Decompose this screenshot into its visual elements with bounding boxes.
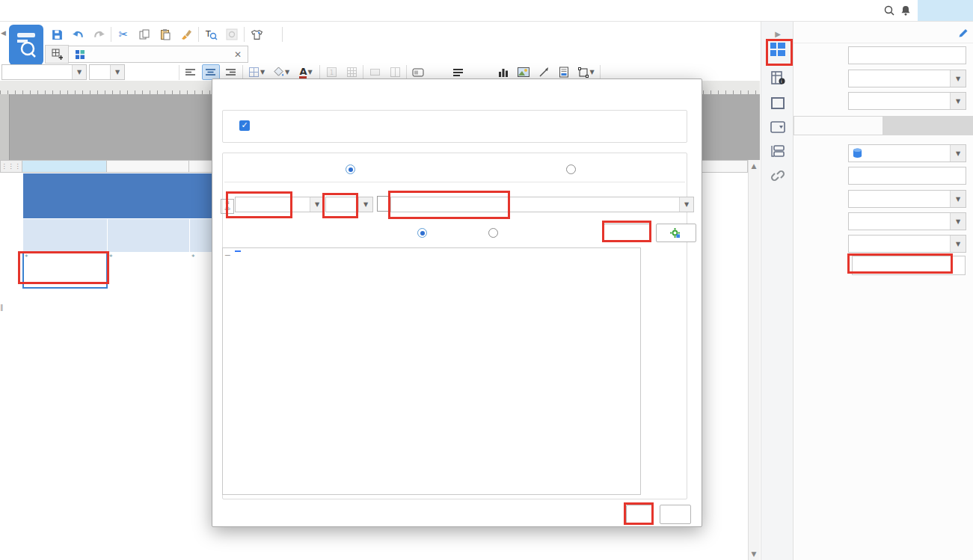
- chevron-down-icon: ▼: [950, 145, 966, 161]
- logic-or-radio[interactable]: [488, 228, 498, 238]
- cell-ref-input[interactable]: [848, 46, 966, 64]
- align-center-button[interactable]: [202, 64, 220, 80]
- align-right-button[interactable]: [222, 64, 240, 80]
- select-all-corner[interactable]: ⋮⋮⋮: [0, 160, 22, 173]
- annotation-box-ok-button: [624, 502, 654, 525]
- theme-tshirt-icon[interactable]: [248, 25, 265, 43]
- chevron-down-icon: ▼: [285, 69, 289, 76]
- column-header-b[interactable]: [107, 160, 189, 173]
- type-normal-radio[interactable]: [346, 164, 355, 174]
- toolbar-separator: [600, 65, 601, 80]
- user-account-chip[interactable]: [918, 0, 973, 21]
- data-column-select[interactable]: ▼: [848, 190, 966, 208]
- toolbar-separator: [179, 65, 179, 80]
- cut-icon[interactable]: ✂: [114, 25, 132, 43]
- text-search-icon[interactable]: T: [202, 25, 220, 43]
- divider: [794, 43, 973, 43]
- logic-and-radio[interactable]: [417, 228, 427, 238]
- toolbar-separator: [198, 27, 199, 42]
- parent-filter-checkbox[interactable]: ✓: [239, 120, 250, 131]
- scroll-down-icon[interactable]: ▼: [748, 548, 760, 560]
- widget-settings-pane-icon[interactable]: [768, 117, 788, 137]
- chevron-down-icon: ▼: [679, 197, 693, 212]
- quick-toolbar: ✂ T: [48, 25, 283, 44]
- undo-button[interactable]: [69, 25, 87, 43]
- group-mode-select[interactable]: ▼: [848, 212, 966, 230]
- menubar: [0, 0, 973, 22]
- toolbar-separator: [111, 27, 111, 42]
- paste-icon[interactable]: [156, 25, 174, 43]
- toolbar-separator: [282, 27, 283, 42]
- group-submode-select[interactable]: ▼: [848, 235, 966, 253]
- right-dock-strip: ▶ i: [761, 22, 793, 560]
- tab-close-icon[interactable]: ✕: [234, 49, 242, 60]
- copy-icon[interactable]: [135, 25, 153, 43]
- chevron-down-icon: ▼: [950, 93, 966, 109]
- gear-icon: [670, 228, 680, 238]
- finereport-designer-window: ◀ ▼ ✂ T: [0, 0, 973, 560]
- type-formula-radio[interactable]: [566, 164, 576, 174]
- cell-b3-databinding[interactable]: [108, 253, 189, 288]
- chevron-down-icon: ▼: [950, 191, 966, 207]
- tab-bar: ✕: [45, 46, 248, 63]
- cell-attribute-pane-icon[interactable]: i: [768, 68, 788, 87]
- annotation-box-operator-select: [322, 193, 358, 218]
- tab-advanced[interactable]: [883, 116, 973, 135]
- toolbar-separator: [242, 65, 243, 80]
- scroll-up-icon[interactable]: ▲: [748, 160, 760, 172]
- chevron-down-icon: ▼: [950, 70, 966, 87]
- parent-condition-group: ✓: [222, 110, 687, 143]
- hyperlink-pane-icon[interactable]: [768, 165, 788, 185]
- toolbar-separator: [363, 65, 363, 80]
- svg-text:T: T: [205, 29, 211, 39]
- format-select[interactable]: ▼: [848, 92, 966, 110]
- divider: [224, 182, 685, 182]
- edit-pencil-icon[interactable]: [958, 28, 969, 38]
- workbook-tab[interactable]: ✕: [69, 46, 248, 63]
- search-icon[interactable]: [883, 4, 895, 16]
- toolbar-separator: [319, 65, 320, 80]
- cell-marker-icon: *: [109, 253, 113, 261]
- splitter-handle[interactable]: ∥: [0, 304, 4, 311]
- save-button[interactable]: [48, 25, 66, 43]
- toolbar-separator: [244, 27, 245, 42]
- workbook-icon: [75, 49, 85, 60]
- dialog-close-icon[interactable]: [675, 84, 691, 100]
- annotation-box-edit-button: [847, 253, 953, 274]
- cell-b2-header[interactable]: [108, 219, 189, 252]
- vertical-scrollbar[interactable]: [748, 160, 760, 560]
- database-icon: [853, 148, 862, 159]
- template-search-button[interactable]: [9, 25, 43, 65]
- dataset-select[interactable]: ▼: [848, 144, 966, 162]
- condition-attributes-pane-icon[interactable]: [768, 141, 788, 161]
- notification-bell-icon[interactable]: [900, 4, 912, 16]
- template-magnifier-icon: [15, 31, 37, 59]
- annotation-box-value-input: [388, 191, 510, 219]
- cancel-button[interactable]: [660, 505, 691, 524]
- cell-a2-header[interactable]: [23, 219, 107, 252]
- collapse-left-panel-icon[interactable]: ◀: [1, 29, 6, 37]
- chevron-down-icon: ▼: [110, 65, 124, 79]
- align-left-button[interactable]: [182, 64, 200, 80]
- column-header-a[interactable]: [22, 160, 107, 173]
- new-worksheet-button[interactable]: [45, 45, 69, 64]
- condition-list[interactable]: ─: [222, 247, 641, 495]
- annotation-box-add-button: [602, 221, 651, 242]
- chevron-down-icon: ▼: [307, 69, 312, 76]
- redo-button[interactable]: [90, 25, 108, 43]
- font-size-select[interactable]: ▼: [89, 64, 125, 80]
- svg-text:1: 1: [330, 70, 334, 76]
- annotation-box-column-select: [226, 191, 292, 218]
- float-element-pane-icon[interactable]: [768, 93, 788, 113]
- chevron-down-icon: ▼: [950, 213, 966, 230]
- parameter-button[interactable]: [377, 196, 389, 212]
- inject-button[interactable]: [848, 167, 966, 185]
- cell-search-icon-disabled: [223, 25, 241, 43]
- format-painter-icon[interactable]: [177, 25, 195, 43]
- annotation-box-cell-element-icon: [766, 39, 793, 66]
- insert-element-select[interactable]: ▼: [848, 70, 966, 87]
- font-family-select[interactable]: ▼: [1, 64, 87, 80]
- tab-basic[interactable]: [794, 116, 883, 135]
- modify-condition-button[interactable]: [656, 224, 696, 242]
- condition-item-selected[interactable]: [235, 250, 241, 252]
